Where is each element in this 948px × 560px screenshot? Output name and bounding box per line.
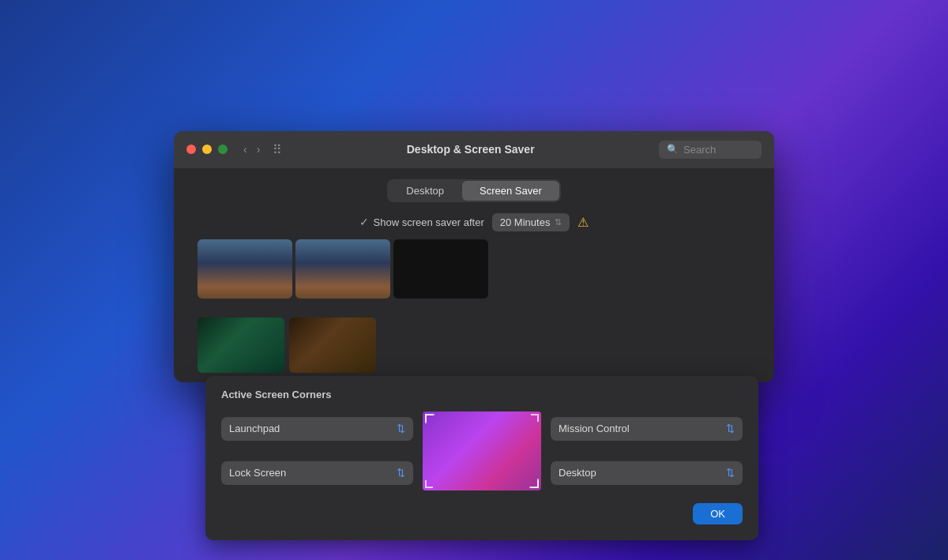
close-button[interactable]: [186, 145, 196, 154]
bottom-left-spinner-icon: ⇅: [397, 467, 405, 479]
active-screen-corners-dialog: Active Screen Corners Launchpad ⇅ Missio…: [205, 376, 758, 540]
corner-marker-tl: [425, 414, 433, 422]
spinner-icon: ⇅: [555, 217, 562, 227]
search-icon: 🔍: [667, 144, 679, 155]
bottom-thumbnails: [174, 311, 774, 373]
thumbnail-3[interactable]: [393, 239, 488, 299]
top-right-spinner-icon: ⇅: [726, 423, 735, 434]
thumbnail-2-image: [295, 239, 390, 299]
corner-marker-bl: [425, 480, 433, 488]
dialog-title: Active Screen Corners: [221, 389, 743, 400]
tab-group: Desktop Screen Saver: [387, 179, 560, 202]
top-left-label: Launchpad: [229, 423, 280, 434]
corner-marker-tr: [531, 414, 539, 422]
tab-desktop[interactable]: Desktop: [389, 181, 461, 201]
duration-label: 20 Minutes: [500, 216, 551, 228]
bottom-thumbnail-2[interactable]: [289, 318, 376, 373]
top-left-dropdown[interactable]: Launchpad ⇅: [221, 417, 413, 441]
show-saver-row: ✓ Show screen saver after 20 Minutes ⇅ ⚠: [174, 202, 774, 239]
content-area: Desktop Screen Saver ✓ Show screen saver…: [174, 168, 774, 382]
thumbnail-1[interactable]: [198, 239, 292, 299]
thumbnail-2[interactable]: [295, 239, 390, 299]
back-arrow-icon[interactable]: ‹: [240, 141, 250, 157]
corners-grid: Launchpad ⇅ Mission Control ⇅ Lock Scree…: [221, 412, 743, 490]
top-left-spinner-icon: ⇅: [397, 423, 405, 434]
tabs-area: Desktop Screen Saver: [174, 168, 774, 202]
top-right-label: Mission Control: [559, 423, 630, 434]
search-placeholder-text: Search: [683, 144, 716, 156]
maximize-button[interactable]: [218, 145, 228, 154]
bottom-right-label: Desktop: [559, 467, 596, 479]
ok-button-row: OK: [221, 503, 743, 524]
thumbnail-1-image: [198, 239, 292, 299]
bottom-left-dropdown[interactable]: Lock Screen ⇅: [221, 461, 413, 485]
screen-preview: [423, 412, 541, 490]
checkbox-checkmark[interactable]: ✓: [359, 216, 369, 228]
bottom-left-label: Lock Screen: [229, 467, 286, 479]
show-saver-label: Show screen saver after: [374, 216, 484, 228]
warning-icon: ⚠: [577, 215, 589, 230]
main-window: ‹ › ⠿ Desktop & Screen Saver 🔍 Search De…: [174, 131, 774, 382]
minimize-button[interactable]: [202, 145, 212, 154]
ok-button[interactable]: OK: [693, 503, 743, 524]
bottom-right-dropdown[interactable]: Desktop ⇅: [551, 461, 743, 485]
forward-arrow-icon[interactable]: ›: [254, 141, 264, 157]
bottom-right-spinner-icon: ⇅: [726, 467, 735, 479]
corner-marker-br: [531, 480, 539, 488]
traffic-lights: [186, 145, 228, 154]
navigation-arrows: ‹ ›: [240, 141, 263, 157]
grid-icon: ⠿: [273, 142, 282, 157]
bottom-thumbnail-1[interactable]: [198, 318, 284, 373]
thumbnail-3-image: [393, 239, 488, 299]
checkbox-area: ✓ Show screen saver after: [359, 216, 484, 228]
search-bar[interactable]: 🔍 Search: [659, 141, 762, 159]
duration-dropdown[interactable]: 20 Minutes ⇅: [492, 213, 570, 231]
window-title: Desktop & Screen Saver: [292, 143, 649, 156]
tab-screen-saver[interactable]: Screen Saver: [462, 181, 559, 201]
thumbnails-area: [174, 239, 774, 311]
title-bar: ‹ › ⠿ Desktop & Screen Saver 🔍 Search: [174, 131, 774, 168]
top-right-dropdown[interactable]: Mission Control ⇅: [551, 417, 743, 441]
